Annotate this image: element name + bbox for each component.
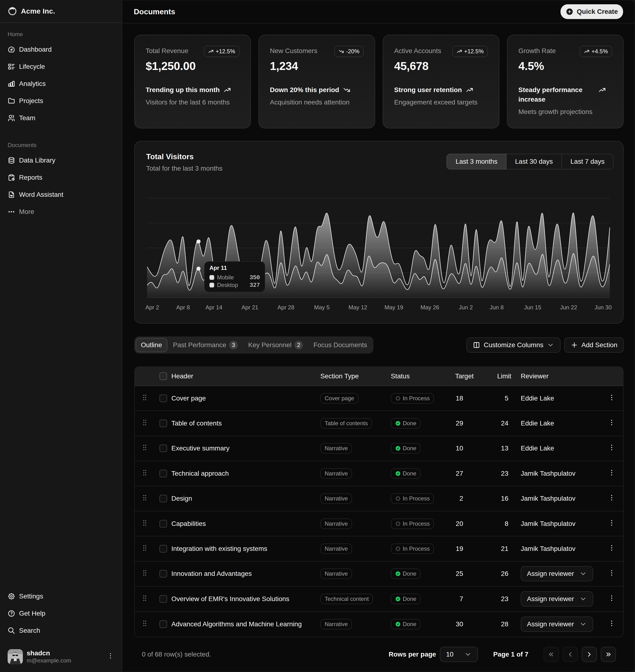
- svg-text:May 26: May 26: [420, 304, 439, 311]
- svg-text:Apr 21: Apr 21: [242, 304, 259, 311]
- svg-text:Jun 8: Jun 8: [489, 304, 504, 311]
- svg-text:Apr 8: Apr 8: [176, 304, 190, 311]
- svg-text:May 5: May 5: [314, 304, 330, 311]
- svg-text:Jun 2: Jun 2: [459, 304, 473, 311]
- svg-text:May 12: May 12: [348, 304, 367, 311]
- svg-text:Jun 22: Jun 22: [560, 304, 577, 311]
- svg-text:Apr 14: Apr 14: [205, 304, 222, 311]
- svg-text:May 19: May 19: [385, 304, 403, 311]
- svg-text:Jun 30: Jun 30: [594, 304, 612, 311]
- svg-text:Apr 2: Apr 2: [146, 304, 159, 311]
- svg-text:Apr 28: Apr 28: [278, 304, 294, 311]
- svg-text:Jun 15: Jun 15: [524, 304, 541, 311]
